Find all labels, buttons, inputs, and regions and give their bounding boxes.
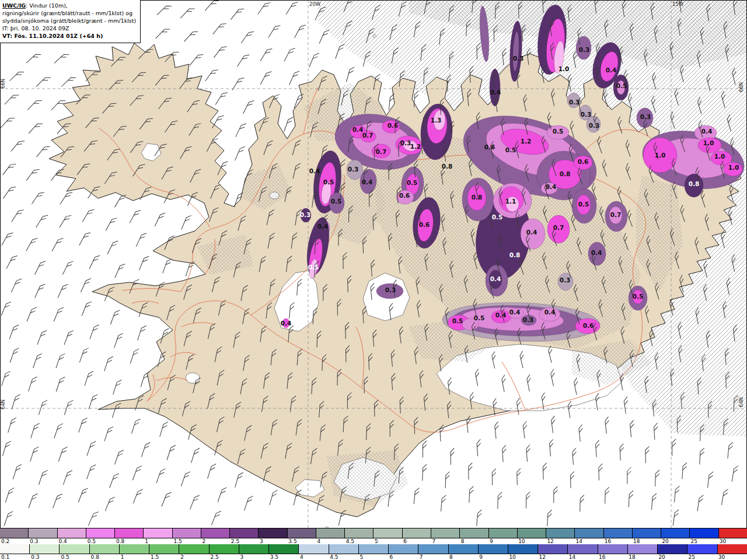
colorbar-segment	[449, 544, 479, 554]
precip-value-label: 0.4	[352, 126, 364, 133]
precip-value-label: 0.5	[492, 214, 503, 220]
graticule-label: 66N	[738, 82, 744, 92]
precip-value-label: 0.8	[472, 194, 483, 201]
precip-value-label: 0.3	[579, 46, 590, 53]
colorbar-segment	[690, 528, 718, 538]
colorbar-segment	[29, 528, 57, 538]
precip-value-label: 0.4	[281, 320, 292, 327]
colorbar-segment	[239, 544, 269, 554]
sleet-snow-colorbar: 0.20.30.40.50.811.522.533.544.5567891012…	[0, 528, 747, 544]
colorbar-tick-label: 0.5	[86, 538, 96, 544]
colorbar-tick-label: 20	[657, 554, 665, 560]
map-canvas: 0.31.00.30.40.50.40.30.30.30.31.30.40.70…	[0, 0, 747, 560]
colorbar-segment	[633, 528, 661, 538]
precip-value-label: 0.3	[513, 55, 524, 62]
colorbar-tick-label: 1	[120, 554, 124, 560]
precip-value-label: 0.7	[376, 148, 387, 155]
precip-value-label: 0.4	[606, 66, 617, 74]
precip-value-label: 0.4	[490, 89, 501, 96]
colorbar-tick-label: 1	[144, 538, 148, 544]
colorbar-tick-label: 4	[299, 554, 303, 560]
graticule-label: 64N	[738, 397, 744, 407]
product-code: UWC/IG	[2, 2, 26, 9]
precip-value-label: 0.6	[583, 322, 594, 329]
colorbar-tick-label: 2	[201, 538, 206, 544]
colorbar-tick-label: 0.3	[30, 554, 39, 560]
colorbar-tick-label: 8	[448, 554, 453, 560]
precip-value-label: 0.5	[452, 317, 463, 324]
colorbar-tick-label: 16	[603, 538, 611, 544]
precip-value-label: 0.5	[323, 178, 334, 186]
rain-colorbar-labels: 0.10.30.50.811.522.533.544.5567891012141…	[0, 554, 747, 560]
colorbar-tick-label: 4	[316, 538, 321, 544]
colorbar-tick-label: 18	[627, 554, 635, 560]
legend-box: UWC/IG: Vindur (10m), rigning/skúrir (gr…	[0, 0, 141, 43]
precip-value-label: 0.8	[442, 163, 453, 170]
colorbar-tick-label: 4.5	[329, 554, 338, 560]
precip-value-label: 0.6	[484, 144, 495, 150]
colorbar-tick-label: 0.2	[0, 538, 9, 544]
colorbar-tick-label: 5	[374, 538, 378, 544]
precip-value-label: 1.1	[505, 198, 516, 205]
precip-value-label: 0.8	[560, 170, 571, 177]
colorbar-tick-label: 16	[598, 554, 605, 560]
precip-value-label: 1.0	[558, 65, 570, 72]
precip-value-label: 0.4	[701, 128, 713, 135]
colorbar-segment	[259, 528, 287, 538]
precip-value-label: 0.3	[581, 111, 592, 118]
colorbar-tick-label: 25	[687, 554, 695, 560]
colorbar-tick-label: 3.5	[287, 538, 296, 544]
colorbar-segment	[0, 544, 30, 554]
title-line-2: rigning/skúrir (grænt/blátt/rautt - mm/1…	[2, 9, 136, 17]
colorbar-tick-label: 4.5	[345, 538, 354, 544]
precip-value-label: 0.3	[523, 316, 534, 323]
precip-value-label: 1.2	[521, 138, 532, 145]
colorbar-segment	[374, 528, 402, 538]
precip-value-label: 0.6	[399, 192, 410, 199]
colorbar-tick-label: 12	[546, 538, 553, 544]
precipitation-blob	[490, 69, 500, 106]
colorbar-tick-label: 0.3	[29, 538, 38, 544]
colorbar-segment	[598, 544, 628, 554]
colorbar-segment	[201, 528, 230, 538]
precip-value-label: 0.4	[317, 223, 329, 230]
precip-value-label: 1.2	[410, 143, 421, 150]
precip-value-label: 0.6	[388, 122, 399, 129]
colorbar-segment	[30, 544, 60, 554]
weather-forecast-map: 0.31.00.30.40.50.40.30.30.30.31.30.40.70…	[0, 0, 747, 560]
colorbar-tick-label: 0.8	[90, 554, 99, 560]
colorbar-segment	[508, 544, 538, 554]
colorbar-segment	[120, 544, 149, 554]
colorbar-segment	[144, 528, 172, 538]
lake	[186, 373, 200, 383]
colorbar-segment	[149, 544, 179, 554]
precip-value-label: 0.3	[560, 276, 571, 284]
colorbar-tick-label: 1.5	[149, 554, 159, 560]
colorbar-segment	[460, 528, 488, 538]
colorbar-legend: 0.20.30.40.50.811.522.533.544.5567891012…	[0, 528, 747, 560]
colorbar-tick-label: 0.4	[57, 538, 67, 544]
colorbar-segment	[269, 544, 299, 554]
precip-value-label: 0.5	[553, 128, 564, 135]
colorbar-tick-label: 1.5	[172, 538, 181, 544]
precip-value-label: 0.3	[640, 113, 651, 120]
precip-value-label: 0.5	[505, 146, 516, 153]
precip-value-label: 0.5	[616, 82, 627, 89]
precip-value-label: 1.0	[728, 164, 739, 171]
precip-value-label: 0.3	[569, 99, 580, 106]
colorbar-segment	[173, 528, 201, 538]
colorbar-segment	[604, 528, 633, 538]
colorbar-tick-label: 3.5	[269, 554, 278, 560]
precip-value-label: 0.3	[400, 139, 411, 146]
colorbar-segment	[718, 544, 747, 554]
rain-colorbar: 0.10.30.50.811.522.533.544.5567891012141…	[0, 544, 747, 560]
colorbar-tick-label: 6	[389, 554, 393, 560]
precip-value-label: 0.8	[509, 251, 521, 258]
colorbar-tick-label: 25	[690, 538, 697, 544]
colorbar-segment	[479, 544, 508, 554]
colorbar-segment	[210, 544, 239, 554]
colorbar-tick-label: 20	[661, 538, 668, 544]
colorbar-segment	[389, 544, 418, 554]
colorbar-segment	[179, 544, 209, 554]
precip-value-label: 0.5	[578, 201, 589, 208]
